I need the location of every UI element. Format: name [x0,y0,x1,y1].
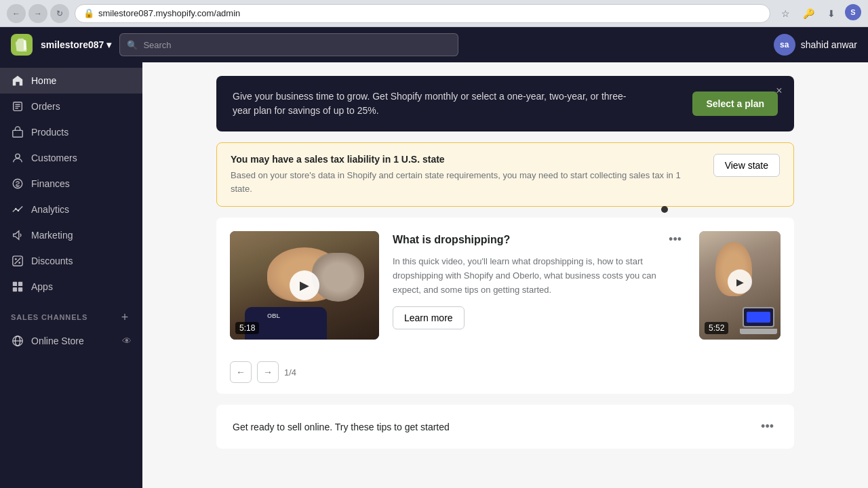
browser-nav-buttons: ← → ↻ [7,4,69,23]
video-thumbnail-2[interactable]: ▶ 5:52 [699,231,781,340]
avatar: sa [774,34,795,56]
add-sales-channel-button[interactable]: + [118,310,132,324]
bottom-card-text: Get ready to sell online. Try these tips… [233,422,450,432]
pagination-indicator: 1/4 [284,367,296,378]
plan-banner-text: Give your business time to grow. Get Sho… [233,89,639,118]
obl-text: OBL [267,312,280,319]
screen-content [747,312,770,323]
svg-rect-4 [13,130,22,137]
browser-icons: ☆ 🔑 ⬇ S [776,4,861,23]
browser-profile[interactable]: S [845,4,861,20]
url-text: smilestore087.myshopify.com/admin [98,8,240,18]
sidebar-item-products[interactable]: Products [0,119,142,145]
discounts-icon [11,254,24,268]
online-store-icon [11,334,24,348]
main-content: Give your business time to grow. Get Sho… [142,62,868,488]
customers-icon [11,151,24,165]
video-play-button-1[interactable]: ▶ [290,270,319,300]
shopify-logo [11,34,33,56]
video-duration-2: 5:52 [705,322,728,334]
sidebar-item-discounts[interactable]: Discounts [0,248,142,274]
svg-rect-16 [18,287,22,291]
products-icon [11,125,24,139]
video-pagination: ← → 1/4 [216,353,794,394]
tax-alert-description: Based on your store's data in Shopify an… [231,169,703,195]
video-card: OBL ▶ 5:18 What is dropshipping? ••• [230,231,781,340]
video-play-button-2[interactable]: ▶ [728,270,752,294]
address-bar[interactable]: 🔒 smilestore087.myshopify.com/admin [75,4,770,23]
sidebar-item-marketing[interactable]: Marketing [0,222,142,248]
video-description: In this quick video, you'll learn what d… [393,255,686,297]
svg-rect-14 [18,282,22,286]
tax-alert: You may have a sales tax liability in 1 … [216,142,794,207]
svg-rect-13 [13,282,17,286]
learn-more-button[interactable]: Learn more [393,306,465,329]
plan-banner-close-button[interactable]: × [771,83,787,99]
svg-point-8 [18,209,20,211]
dropdown-icon: ▾ [106,39,111,50]
laptop-overlay [740,306,777,333]
next-video-button[interactable]: → [257,361,279,383]
video-thumbnail-1[interactable]: OBL ▶ 5:18 [230,231,379,340]
extensions-button[interactable]: 🔑 [799,4,818,23]
laptop-base [740,329,777,334]
store-name-button[interactable]: smilestore087 ▾ [41,39,111,50]
apps-icon [11,280,24,293]
lock-icon: 🔒 [83,8,94,18]
tax-alert-title: You may have a sales tax liability in 1 … [231,154,703,165]
shopify-topbar: smilestore087 ▾ 🔍 Search sa shahid anwar [0,27,868,62]
plan-banner: Give your business time to grow. Get Sho… [216,76,794,131]
sidebar-item-online-store[interactable]: Online Store 👁 [0,328,142,354]
sidebar-item-orders[interactable]: Orders [0,94,142,119]
bottom-card-more-button[interactable]: ••• [757,418,778,435]
search-bar[interactable]: 🔍 Search [119,33,458,56]
svg-point-5 [16,154,20,158]
main-inner: Give your business time to grow. Get Sho… [200,62,810,462]
forward-button[interactable]: → [28,4,47,23]
finances-icon [11,177,24,190]
user-name: shahid anwar [801,39,857,50]
svg-point-10 [18,262,20,264]
cat-overlay [312,253,364,302]
online-store-visibility-icon[interactable]: 👁 [122,336,132,346]
svg-point-7 [15,208,17,210]
select-plan-button[interactable]: Select a plan [692,92,778,116]
refresh-button[interactable]: ↻ [50,4,69,23]
sidebar-item-apps[interactable]: Apps [0,274,142,300]
sales-channels-header: SALES CHANNELS + [0,300,142,328]
sidebar-item-customers[interactable]: Customers [0,145,142,171]
topbar-right: sa shahid anwar [774,34,857,56]
video-more-button[interactable]: ••• [665,231,686,248]
video-section-inner: OBL ▶ 5:18 What is dropshipping? ••• [216,218,794,353]
video-content: What is dropshipping? ••• In this quick … [393,231,686,329]
orders-icon [11,100,24,113]
sidebar-item-finances[interactable]: Finances [0,171,142,197]
browser-chrome: ← → ↻ 🔒 smilestore087.myshopify.com/admi… [0,0,868,27]
star-button[interactable]: ☆ [776,4,795,23]
back-button[interactable]: ← [7,4,26,23]
sidebar: Home Orders Products [0,62,142,488]
download-button[interactable]: ⬇ [822,4,841,23]
bottom-card: Get ready to sell online. Try these tips… [216,405,794,449]
app-layout: Home Orders Products [0,62,868,488]
svg-point-9 [15,258,17,260]
video-duration-1: 5:18 [235,322,259,334]
view-state-button[interactable]: View state [713,154,780,177]
sidebar-item-home[interactable]: Home [0,68,142,94]
svg-rect-15 [13,287,17,291]
sidebar-item-analytics[interactable]: Analytics [0,197,142,222]
analytics-icon [11,203,24,216]
marketing-icon [11,228,24,242]
video-header: What is dropshipping? ••• [393,231,686,248]
video-title: What is dropshipping? [393,234,510,246]
home-icon [11,74,24,87]
search-icon: 🔍 [127,40,138,50]
tax-alert-content: You may have a sales tax liability in 1 … [231,154,703,195]
video-section: OBL ▶ 5:18 What is dropshipping? ••• [216,218,794,394]
laptop-screen [743,307,774,327]
prev-video-button[interactable]: ← [230,361,252,383]
